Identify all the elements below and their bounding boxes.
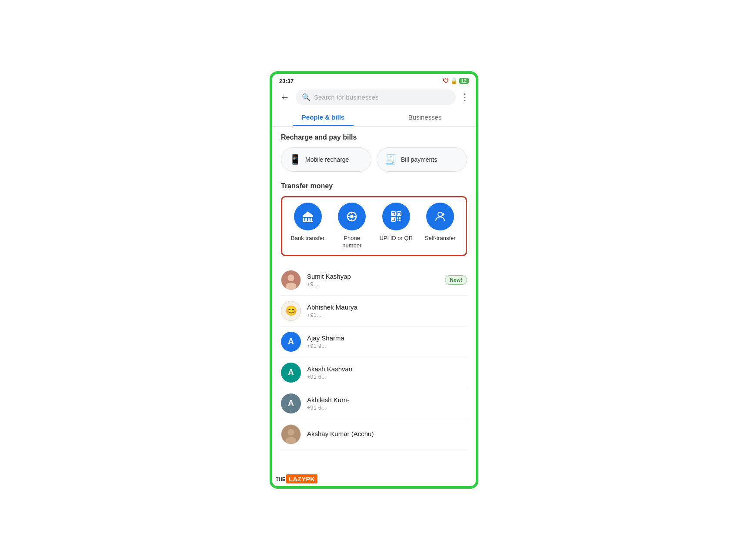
contact-info: Abhishek Maurya +91... bbox=[307, 303, 467, 318]
contact-item[interactable]: A Ajay Sharma +91 9... bbox=[281, 327, 467, 357]
bank-transfer-icon bbox=[294, 203, 322, 230]
self-transfer-label: Self-transfer bbox=[425, 235, 456, 242]
svg-rect-3 bbox=[308, 218, 310, 221]
upi-id-qr-label: UPI ID or QR bbox=[379, 235, 413, 242]
phone-number-icon bbox=[338, 203, 366, 230]
contact-name: Sumit Kashyap bbox=[307, 273, 439, 280]
contacts-list: Sumit Kashyap +9... New! 😊 Abhishek Maur… bbox=[281, 265, 467, 450]
phone-frame: 23:37 🛡 🔒 12 ← 🔍 Search for businesses ⋮… bbox=[270, 71, 478, 489]
top-bar: ← 🔍 Search for businesses ⋮ bbox=[272, 86, 476, 108]
search-icon: 🔍 bbox=[302, 93, 311, 101]
bill-payments-label: Bill payments bbox=[401, 156, 437, 163]
svg-point-29 bbox=[286, 437, 297, 444]
contact-item[interactable]: Sumit Kashyap +9... New! bbox=[281, 265, 467, 296]
contact-info: Ajay Sharma +91 9... bbox=[307, 334, 467, 349]
contact-info: Akhilesh Kum- +91 6... bbox=[307, 396, 467, 411]
svg-rect-21 bbox=[397, 220, 398, 221]
recharge-section: Recharge and pay bills 📱 Mobile recharge… bbox=[281, 133, 467, 172]
transfer-title: Transfer money bbox=[281, 182, 467, 190]
shield-icon: 🛡 bbox=[443, 77, 449, 84]
contact-phone: +91 6... bbox=[307, 373, 467, 380]
svg-marker-6 bbox=[303, 211, 313, 216]
contact-item[interactable]: Akshay Kumar (Acchu) bbox=[281, 419, 467, 450]
svg-point-28 bbox=[287, 429, 294, 435]
contact-phone: +91 9... bbox=[307, 343, 467, 349]
mobile-recharge-button[interactable]: 📱 Mobile recharge bbox=[281, 147, 371, 172]
svg-rect-2 bbox=[305, 218, 307, 221]
back-button[interactable]: ← bbox=[278, 90, 291, 105]
transfer-section: Transfer money bbox=[281, 182, 467, 256]
status-time: 23:37 bbox=[279, 78, 294, 84]
self-transfer-icon bbox=[426, 203, 454, 230]
bank-transfer-label: Bank transfer bbox=[291, 235, 324, 242]
battery-indicator: 12 bbox=[459, 78, 469, 84]
mobile-icon: 📱 bbox=[289, 154, 301, 165]
svg-rect-19 bbox=[397, 217, 398, 219]
contact-phone: +9... bbox=[307, 281, 439, 287]
svg-point-25 bbox=[287, 274, 294, 281]
svg-rect-14 bbox=[392, 213, 394, 215]
transfer-grid: Bank transfer bbox=[286, 203, 462, 250]
svg-point-23 bbox=[438, 212, 442, 217]
contact-item[interactable]: A Akash Kashvan +91 6... bbox=[281, 357, 467, 388]
avatar: 😊 bbox=[281, 301, 301, 321]
self-transfer-item[interactable]: Self-transfer bbox=[423, 203, 457, 250]
svg-rect-5 bbox=[303, 221, 313, 222]
svg-rect-22 bbox=[399, 220, 401, 221]
avatar: A bbox=[281, 393, 301, 413]
recharge-title: Recharge and pay bills bbox=[281, 133, 467, 141]
svg-rect-18 bbox=[392, 218, 394, 220]
contact-phone: +91 6... bbox=[307, 404, 467, 411]
tab-people-bills[interactable]: People & bills bbox=[272, 108, 374, 126]
upi-id-qr-icon bbox=[382, 203, 410, 230]
contact-info: Akash Kashvan +91 6... bbox=[307, 365, 467, 380]
lock-icon: 🔒 bbox=[451, 78, 457, 84]
tab-businesses[interactable]: Businesses bbox=[374, 108, 476, 126]
contact-name: Abhishek Maurya bbox=[307, 303, 467, 311]
svg-rect-4 bbox=[311, 218, 312, 221]
status-icons: 🛡 🔒 12 bbox=[443, 77, 469, 84]
search-bar[interactable]: 🔍 Search for businesses bbox=[296, 90, 456, 105]
avatar bbox=[281, 270, 301, 290]
phone-number-item[interactable]: Phone number bbox=[334, 203, 369, 250]
contact-info: Sumit Kashyap +9... bbox=[307, 273, 439, 287]
svg-point-26 bbox=[286, 283, 297, 290]
transfer-grid-highlight: Bank transfer bbox=[281, 196, 467, 256]
svg-rect-20 bbox=[399, 217, 401, 219]
contact-name: Akash Kashvan bbox=[307, 365, 467, 373]
avatar: A bbox=[281, 363, 301, 383]
contact-item[interactable]: A Akhilesh Kum- +91 6... bbox=[281, 388, 467, 419]
watermark-the: THE bbox=[276, 477, 285, 482]
bill-icon: 🧾 bbox=[385, 154, 397, 165]
contact-name: Akhilesh Kum- bbox=[307, 396, 467, 403]
mobile-recharge-label: Mobile recharge bbox=[305, 156, 349, 163]
recharge-buttons: 📱 Mobile recharge 🧾 Bill payments bbox=[281, 147, 467, 172]
main-content: Recharge and pay bills 📱 Mobile recharge… bbox=[272, 127, 476, 457]
contact-info: Akshay Kumar (Acchu) bbox=[307, 430, 467, 438]
upi-id-qr-item[interactable]: UPI ID or QR bbox=[379, 203, 414, 250]
svg-point-8 bbox=[350, 215, 354, 218]
watermark: THE LAZYPK bbox=[272, 472, 321, 486]
contact-name: Akshay Kumar (Acchu) bbox=[307, 430, 467, 437]
more-options-button[interactable]: ⋮ bbox=[460, 92, 470, 103]
contact-item[interactable]: 😊 Abhishek Maurya +91... bbox=[281, 296, 467, 327]
bank-transfer-item[interactable]: Bank transfer bbox=[291, 203, 325, 250]
svg-rect-1 bbox=[303, 218, 304, 221]
contact-name: Ajay Sharma bbox=[307, 334, 467, 342]
bill-payments-button[interactable]: 🧾 Bill payments bbox=[377, 147, 467, 172]
avatar bbox=[281, 424, 301, 444]
svg-rect-16 bbox=[398, 213, 400, 215]
watermark-lazypk: LAZYPK bbox=[289, 475, 315, 483]
new-badge: New! bbox=[445, 275, 467, 285]
contact-phone: +91... bbox=[307, 312, 467, 318]
avatar: A bbox=[281, 332, 301, 352]
tab-bar: People & bills Businesses bbox=[272, 108, 476, 127]
search-placeholder: Search for businesses bbox=[314, 93, 378, 101]
status-bar: 23:37 🛡 🔒 12 bbox=[272, 74, 476, 86]
phone-number-label: Phone number bbox=[334, 235, 369, 250]
svg-rect-0 bbox=[303, 216, 313, 217]
